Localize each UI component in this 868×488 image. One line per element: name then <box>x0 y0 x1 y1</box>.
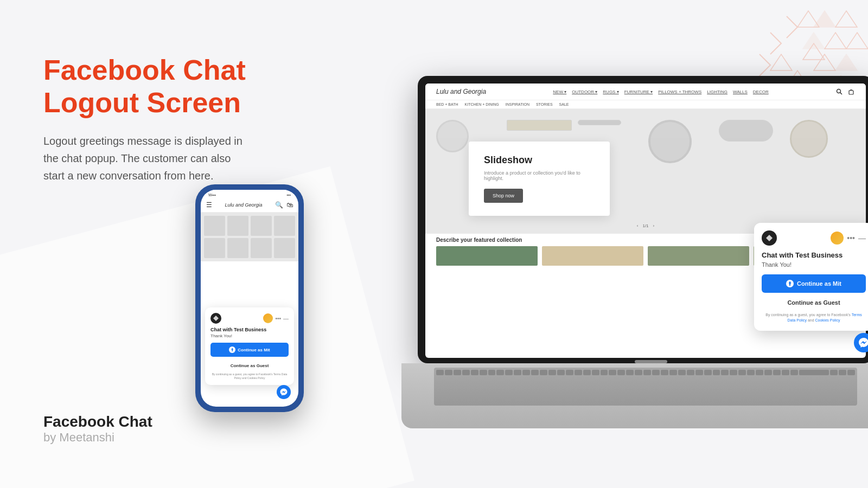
phone-hero-item <box>251 216 272 236</box>
facebook-icon-laptop <box>786 280 794 287</box>
key <box>713 370 720 375</box>
chat-logo-laptop <box>762 230 777 246</box>
camera-item <box>648 120 692 163</box>
svg-marker-1 <box>835 11 857 27</box>
compass-item <box>790 120 828 158</box>
hamburger-icon[interactable]: ☰ <box>206 201 212 209</box>
slideshow-title: Slideshow <box>484 155 595 166</box>
nav-inspiration[interactable]: INSPIRATION <box>506 102 529 106</box>
data-policy-link[interactable]: Data Policy <box>788 318 807 322</box>
nav-kitchen[interactable]: KITCHEN + DINING <box>465 102 499 106</box>
continue-facebook-button-laptop[interactable]: Continue as Mit <box>762 274 866 293</box>
messenger-fab-phone[interactable] <box>277 385 291 399</box>
continue-guest-button-laptop[interactable]: Continue as Guest <box>762 297 866 308</box>
phone-hero-item <box>274 238 295 258</box>
ruler-item <box>507 120 572 131</box>
terms-link[interactable]: Terms <box>852 313 862 317</box>
key <box>652 370 660 375</box>
phone-hero-item <box>251 238 272 258</box>
nav-lighting[interactable]: LIGHTING <box>707 89 727 94</box>
key <box>687 370 694 375</box>
search-icon[interactable] <box>835 88 843 95</box>
shop-now-button[interactable]: Shop now <box>484 189 523 203</box>
featured-img-2 <box>542 246 643 266</box>
phone-hero-item <box>204 238 225 258</box>
slideshow-subtitle: Introduce a product or collection you'd … <box>484 170 595 181</box>
bottom-branding: Facebook Chat by Meetanshi <box>43 413 152 445</box>
site-logo: Lulu and Georgia <box>436 88 486 95</box>
chat-header-actions-phone: ••• — <box>263 313 289 323</box>
laptop-keyboard <box>401 363 868 428</box>
minimize-button-phone[interactable]: — <box>283 316 289 322</box>
nav-walls[interactable]: WALLS <box>733 89 748 94</box>
key <box>436 370 444 375</box>
nav-rugs[interactable]: RUGS ▾ <box>603 89 618 94</box>
continue-facebook-button-phone[interactable]: Continue as Mit <box>210 343 289 357</box>
chat-header-phone: ••• — <box>210 313 289 324</box>
cookies-policy-link[interactable]: Cookies Policy <box>815 318 840 322</box>
key <box>601 370 608 375</box>
continue-guest-button-phone[interactable]: Continue as Guest <box>210 362 289 370</box>
three-dots-phone[interactable]: ••• <box>275 316 281 322</box>
prev-arrow[interactable]: ‹ <box>637 223 639 228</box>
spacebar <box>799 370 829 375</box>
phone-site-nav: ☰ Lulu and Georgia 🔍 🛍 <box>201 198 298 213</box>
phone-mockup: W••• ▪▪▪ ☰ Lulu and Georgia 🔍 🛍 <box>195 184 304 412</box>
key <box>847 370 855 375</box>
left-panel: Facebook Chat Logout Screen Logout greet… <box>43 54 271 184</box>
main-heading: Facebook Chat Logout Screen <box>43 54 271 119</box>
key <box>756 370 763 375</box>
key <box>695 370 703 375</box>
key <box>557 370 565 375</box>
key <box>514 370 521 375</box>
key <box>488 370 496 375</box>
key <box>721 370 729 375</box>
key <box>790 370 798 375</box>
chat-terms-phone: By continuing as a guest, you agree to F… <box>210 373 289 380</box>
key <box>617 370 625 375</box>
phone-cart-icon[interactable]: 🛍 <box>286 201 293 209</box>
chat-logo-phone <box>210 313 221 324</box>
nav-icons <box>835 88 855 95</box>
svg-marker-28 <box>213 316 219 321</box>
key <box>782 370 789 375</box>
key <box>626 370 634 375</box>
key <box>505 370 513 375</box>
svg-marker-2 <box>797 11 819 27</box>
phone-hero-item <box>274 216 295 236</box>
nav-furniture[interactable]: FURNITURE ▾ <box>624 89 653 94</box>
phone-signal: ▪▪▪ <box>287 193 291 197</box>
key <box>609 370 616 375</box>
secondary-nav: BED + BATH KITCHEN + DINING INSPIRATION … <box>425 100 866 109</box>
nav-sale[interactable]: SALE <box>559 102 569 106</box>
chat-header-laptop: ••• — <box>762 230 866 246</box>
chat-header-actions-laptop: ••• — <box>831 232 866 245</box>
laptop-notch <box>635 360 667 363</box>
three-dots-icon[interactable]: ••• <box>847 234 855 242</box>
nav-outdoor[interactable]: OUTDOOR ▾ <box>572 89 597 94</box>
brand-title: Facebook Chat <box>43 413 152 431</box>
key <box>669 370 677 375</box>
phone-inner: W••• ▪▪▪ ☰ Lulu and Georgia 🔍 🛍 <box>201 190 298 407</box>
key <box>462 370 470 375</box>
cart-icon[interactable] <box>847 88 855 95</box>
next-arrow[interactable]: › <box>653 223 655 228</box>
minimize-button-laptop[interactable]: — <box>858 234 866 242</box>
phone-time: W••• <box>208 193 216 197</box>
svg-point-24 <box>837 89 841 93</box>
nav-decor[interactable]: DECOR <box>753 89 769 94</box>
svg-marker-6 <box>835 54 857 70</box>
website-nav: Lulu and Georgia NEW ▾ OUTDOOR ▾ RUGS ▾ … <box>425 84 866 100</box>
laptop-mockup: Lulu and Georgia NEW ▾ OUTDOOR ▾ RUGS ▾ … <box>418 76 868 428</box>
nav-pillows[interactable]: PILLOWS + THROWS <box>658 89 701 94</box>
key <box>480 370 487 375</box>
svg-marker-4 <box>846 33 868 49</box>
nav-stories[interactable]: STORIES <box>536 102 553 106</box>
nav-links: NEW ▾ OUTDOOR ▾ RUGS ▾ FURNITURE ▾ PILLO… <box>553 89 768 94</box>
description-text: Logout greetings message is displayed in… <box>43 132 250 184</box>
nav-new[interactable]: NEW ▾ <box>553 89 566 94</box>
phone-search-icon[interactable]: 🔍 <box>275 201 283 209</box>
nav-bed-bath[interactable]: BED + BATH <box>436 102 458 106</box>
chat-business-name-laptop: Chat with Test Business <box>762 251 866 259</box>
key <box>747 370 755 375</box>
